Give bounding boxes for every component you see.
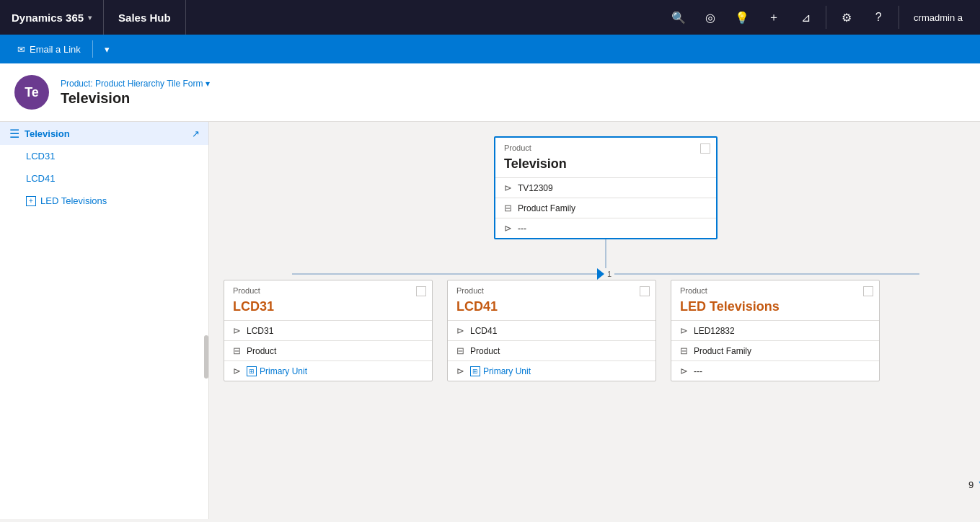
- sub-navigation: ✉ Email a Link ▾: [0, 35, 980, 63]
- hub-title: Sales Hub: [104, 0, 186, 35]
- list-icon-lcd31-1: ⊟: [233, 345, 241, 356]
- list-icon-tv1: ⊟: [504, 203, 512, 213]
- tile-checkbox-lcd31[interactable]: [416, 286, 426, 296]
- avatar: Te: [14, 75, 49, 110]
- tile-title-lcd31: LCD31: [224, 298, 432, 320]
- sidebar-scrollbar[interactable]: [204, 335, 208, 379]
- tile-row-lcd31-0: ⊳ LCD31: [224, 320, 432, 340]
- tile-val-lcd41-2[interactable]: ⊞ Primary Unit: [470, 366, 531, 376]
- plus-icon[interactable]: ＋: [759, 3, 788, 32]
- form-selector[interactable]: Product: Product Hierarchy Tile Form ▾: [61, 79, 210, 89]
- tile-row-lcd41-0: ⊳ LCD41: [448, 320, 655, 340]
- help-icon[interactable]: ?: [864, 3, 893, 32]
- tag-icon-lcd31-0: ⊳: [233, 325, 241, 336]
- tile-checkbox-television[interactable]: [700, 143, 710, 154]
- link-icon-lcd31: ⊞: [247, 366, 257, 376]
- link-icon-lcd41: ⊞: [470, 366, 480, 376]
- canvas-area[interactable]: Product Television ⊳ TV12309 ⊟ Product F…: [209, 122, 980, 519]
- tile-row-television-2: ⊳ ---: [495, 218, 716, 238]
- connector-line-left: [292, 273, 597, 275]
- sidebar-item-lcd31[interactable]: LCD31: [17, 145, 208, 167]
- filter-icon[interactable]: ⊿: [791, 3, 820, 32]
- nav-divider: [826, 6, 826, 29]
- search-icon[interactable]: 🔍: [664, 3, 693, 32]
- form-label: Product: Product Hierarchy Tile Form: [61, 79, 203, 89]
- pagination-arrow-icon[interactable]: ▼: [976, 478, 980, 491]
- tile-val-led-1: Product Family: [694, 346, 751, 356]
- plus-expand-icon[interactable]: +: [26, 196, 36, 206]
- children-tiles-row: Product LCD31 ⊳ LCD31 ⊟ Product ⊳ ⊞: [224, 280, 980, 381]
- tile-title-lcd41: LCD41: [448, 298, 655, 320]
- tile-row-television-1: ⊟ Product Family: [495, 198, 716, 218]
- connector-vertical: [605, 239, 606, 268]
- gear-icon[interactable]: ⚙: [832, 3, 861, 32]
- tile-val-lcd41-0: LCD41: [470, 326, 497, 336]
- connector-line-right: [614, 273, 919, 275]
- sidebar-label-lcd41: LCD41: [26, 173, 55, 184]
- top-navigation: Dynamics 365 ▾ Sales Hub 🔍 ◎ 💡 ＋ ⊿ ⚙ ? c…: [0, 0, 980, 35]
- sidebar-label-led-televisions: LED Televisions: [40, 195, 107, 206]
- tile-header-led: Product: [671, 280, 879, 298]
- tag-icon-lcd41-0: ⊳: [456, 325, 464, 336]
- main-content: ☰ Television ↗ LCD31 LCD41 + LED Televis…: [0, 122, 980, 519]
- form-chevron-icon: ▾: [206, 79, 210, 89]
- tile-row-led-2: ⊳ ---: [671, 360, 879, 381]
- tile-row-led-1: ⊟ Product Family: [671, 340, 879, 360]
- tile-val-lcd31-2[interactable]: ⊞ Primary Unit: [247, 366, 307, 376]
- tag-icon-lcd31-2: ⊳: [233, 366, 241, 376]
- sub-nav-divider: [92, 40, 93, 58]
- pagination-bar: 9 ▼: [968, 478, 980, 491]
- tile-led-televisions[interactable]: Product LED Televisions ⊳ LED12832 ⊟ Pro…: [671, 280, 880, 381]
- tag-icon-tv2: ⊳: [504, 223, 512, 234]
- tile-title-television: Television: [495, 155, 716, 177]
- list-icon-led-1: ⊟: [680, 345, 688, 356]
- tile-checkbox-led[interactable]: [863, 286, 873, 296]
- app-switcher[interactable]: Dynamics 365 ▾: [9, 0, 104, 35]
- tile-television[interactable]: Product Television ⊳ TV12309 ⊟ Product F…: [494, 136, 718, 239]
- tile-val-led-2: ---: [694, 366, 702, 376]
- app-name: Dynamics 365: [12, 12, 84, 24]
- tile-row-lcd31-2[interactable]: ⊳ ⊞ Primary Unit: [224, 360, 432, 381]
- tile-val-television-0: TV12309: [518, 183, 553, 193]
- canvas-inner: Product Television ⊳ TV12309 ⊟ Product F…: [209, 122, 980, 497]
- connector-horizontal-row: 1: [292, 268, 919, 280]
- sub-nav-chevron[interactable]: ▾: [99, 41, 115, 58]
- user-account[interactable]: crmadmin a: [905, 12, 971, 23]
- connector-number: 1: [604, 270, 614, 278]
- tile-header-lcd41: Product: [448, 280, 655, 298]
- tile-row-lcd31-1: ⊟ Product: [224, 340, 432, 360]
- top-tile-row: Product Television ⊳ TV12309 ⊟ Product F…: [224, 136, 980, 239]
- sidebar: ☰ Television ↗ LCD31 LCD41 + LED Televis…: [0, 122, 209, 519]
- sidebar-label-television: Television: [25, 128, 70, 139]
- page-header: Te Product: Product Hierarchy Tile Form …: [0, 63, 980, 122]
- external-link-icon[interactable]: ↗: [192, 128, 200, 139]
- tile-val-led-0: LED12832: [694, 326, 735, 336]
- tile-val-lcd31-0: LCD31: [247, 326, 273, 336]
- sidebar-label-lcd31: LCD31: [26, 151, 55, 162]
- bulb-icon[interactable]: 💡: [728, 3, 756, 32]
- connector-arrow-icon: [597, 268, 604, 280]
- tile-val-lcd31-1: Product: [247, 346, 276, 356]
- tag-icon-led-0: ⊳: [680, 325, 688, 336]
- sidebar-item-television[interactable]: ☰ Television ↗: [0, 122, 208, 145]
- tile-checkbox-lcd41[interactable]: [640, 286, 650, 296]
- tile-row-television-0: ⊳ TV12309: [495, 177, 716, 198]
- sidebar-item-lcd41[interactable]: LCD41: [17, 167, 208, 190]
- sidebar-item-led-televisions[interactable]: + LED Televisions: [17, 190, 208, 212]
- target-icon[interactable]: ◎: [696, 3, 725, 32]
- email-icon: ✉: [17, 44, 25, 55]
- email-link-button[interactable]: ✉ Email a Link: [12, 41, 87, 58]
- tile-row-lcd41-2[interactable]: ⊳ ⊞ Primary Unit: [448, 360, 655, 381]
- nav-icons-group: 🔍 ◎ 💡 ＋ ⊿ ⚙ ? crmadmin a: [664, 3, 971, 32]
- tile-val-lcd41-1: Product: [470, 346, 500, 356]
- tag-icon-tv0: ⊳: [504, 182, 512, 193]
- tile-lcd41[interactable]: Product LCD41 ⊳ LCD41 ⊟ Product ⊳ ⊞: [447, 280, 656, 381]
- tag-icon-led-2: ⊳: [680, 366, 688, 376]
- pagination-number: 9: [968, 479, 974, 490]
- chevron-down-icon: ▾: [105, 44, 110, 55]
- tile-row-led-0: ⊳ LED12832: [671, 320, 879, 340]
- list-icon-lcd41-1: ⊟: [456, 345, 464, 356]
- tile-lcd31[interactable]: Product LCD31 ⊳ LCD31 ⊟ Product ⊳ ⊞: [224, 280, 433, 381]
- tile-val-television-1: Product Family: [518, 203, 575, 213]
- header-info: Product: Product Hierarchy Tile Form ▾ T…: [61, 79, 210, 107]
